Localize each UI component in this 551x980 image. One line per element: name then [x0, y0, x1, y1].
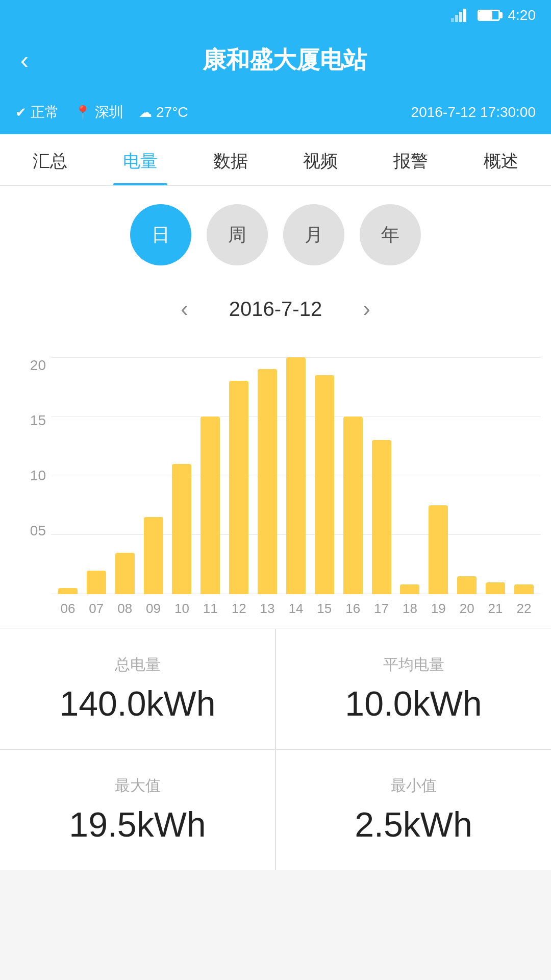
y-label-20: 20 — [10, 357, 46, 374]
stat-min-energy-label: 最小值 — [391, 775, 437, 796]
prev-date-button[interactable]: ‹ — [170, 291, 198, 327]
x-label-13: 13 — [253, 601, 282, 617]
bar-fill-09 — [144, 517, 163, 594]
stats-grid: 总电量 140.0kWh 平均电量 10.0kWh 最大值 19.5kWh 最小… — [0, 629, 551, 870]
bar-19 — [424, 357, 453, 594]
x-label-12: 12 — [224, 601, 253, 617]
stat-total-energy-value: 140.0kWh — [59, 683, 215, 723]
tab-alarm[interactable]: 报警 — [366, 134, 456, 185]
x-label-15: 15 — [310, 601, 339, 617]
y-axis: 20 15 10 05 0 — [10, 357, 46, 623]
bar-09 — [139, 357, 168, 594]
check-icon: ✔ — [15, 105, 27, 120]
x-label-10: 10 — [168, 601, 196, 617]
location-indicator: 📍 深圳 — [74, 103, 123, 122]
tab-summary[interactable]: 汇总 — [5, 134, 95, 185]
bar-fill-06 — [58, 588, 78, 594]
bar-fill-16 — [343, 416, 363, 594]
bar-fill-15 — [315, 375, 334, 594]
bar-15 — [310, 357, 339, 594]
svg-rect-3 — [463, 9, 466, 22]
stat-avg-energy: 平均电量 10.0kWh — [276, 629, 551, 749]
x-label-14: 14 — [282, 601, 310, 617]
bar-fill-19 — [429, 505, 448, 594]
bar-13 — [253, 357, 282, 594]
time-display: 4:20 — [508, 7, 536, 23]
bar-fill-14 — [286, 357, 306, 594]
stat-min-energy: 最小值 2.5kWh — [276, 750, 551, 870]
bar-12 — [224, 357, 253, 594]
signal-icon — [451, 9, 469, 22]
bar-18 — [396, 357, 424, 594]
bar-fill-21 — [486, 582, 505, 594]
x-label-21: 21 — [481, 601, 510, 617]
svg-rect-0 — [451, 18, 454, 22]
nav-tabs: 汇总 电量 数据 视频 报警 概述 — [0, 134, 551, 186]
period-month-button[interactable]: 月 — [283, 204, 344, 265]
battery-icon — [478, 10, 500, 21]
bar-11 — [196, 357, 224, 594]
y-label-10: 10 — [10, 468, 46, 484]
y-label-15: 15 — [10, 412, 46, 429]
bar-fill-11 — [201, 416, 220, 594]
x-label-22: 22 — [510, 601, 538, 617]
period-selector: 日 周 月 年 — [0, 186, 551, 281]
current-date: 2016-7-12 — [229, 298, 322, 321]
bar-fill-18 — [400, 584, 419, 594]
period-day-button[interactable]: 日 — [130, 204, 191, 265]
bar-fill-22 — [514, 584, 534, 594]
svg-rect-2 — [459, 12, 462, 22]
stat-min-energy-value: 2.5kWh — [355, 804, 472, 844]
bar-fill-12 — [229, 381, 248, 594]
period-week-button[interactable]: 周 — [207, 204, 268, 265]
bar-fill-20 — [457, 576, 477, 594]
info-bar: ✔ 正常 📍 深圳 ☁ 27°C 2016-7-12 17:30:00 — [0, 94, 551, 134]
stat-total-energy-label: 总电量 — [115, 654, 161, 675]
stat-max-energy-value: 19.5kWh — [69, 804, 206, 844]
bar-10 — [168, 357, 196, 594]
page-title: 康和盛大厦电站 — [34, 44, 536, 76]
header: ‹ 康和盛大厦电站 — [0, 31, 551, 94]
date-navigator: ‹ 2016-7-12 › — [0, 281, 551, 342]
x-label-17: 17 — [367, 601, 396, 617]
bar-22 — [510, 357, 538, 594]
tab-data[interactable]: 数据 — [185, 134, 276, 185]
period-year-button[interactable]: 年 — [360, 204, 421, 265]
stat-avg-energy-value: 10.0kWh — [345, 683, 482, 723]
y-label-05: 05 — [10, 523, 46, 539]
cloud-icon: ☁ — [139, 105, 152, 120]
stat-total-energy: 总电量 140.0kWh — [0, 629, 275, 749]
x-label-09: 09 — [139, 601, 168, 617]
x-label-11: 11 — [196, 601, 224, 617]
bar-fill-13 — [258, 369, 277, 594]
x-label-20: 20 — [453, 601, 481, 617]
location-icon: 📍 — [74, 105, 91, 120]
svg-rect-1 — [455, 15, 458, 22]
x-labels: 0607080910111213141516171819202122 — [51, 594, 541, 623]
tab-video[interactable]: 视频 — [276, 134, 366, 185]
x-label-07: 07 — [82, 601, 111, 617]
back-button[interactable]: ‹ — [15, 41, 34, 79]
datetime-display: 2016-7-12 17:30:00 — [411, 104, 536, 120]
tab-electricity[interactable]: 电量 — [95, 134, 186, 185]
chart-body: 0607080910111213141516171819202122 — [51, 357, 541, 623]
location-text: 深圳 — [95, 103, 123, 122]
x-label-16: 16 — [339, 601, 367, 617]
bar-14 — [282, 357, 310, 594]
bar-fill-08 — [115, 553, 135, 594]
bar-fill-17 — [372, 440, 391, 594]
x-label-19: 19 — [424, 601, 453, 617]
temperature-text: 27°C — [156, 104, 188, 120]
status-bar: 4:20 — [0, 0, 551, 31]
bar-fill-07 — [87, 571, 106, 594]
x-label-18: 18 — [396, 601, 424, 617]
next-date-button[interactable]: › — [353, 291, 381, 327]
bar-fill-10 — [172, 464, 191, 594]
bar-07 — [82, 357, 111, 594]
chart-area: 20 15 10 05 0 06070809101112131415161718… — [0, 342, 551, 628]
status-text: 正常 — [31, 103, 59, 122]
bar-17 — [367, 357, 396, 594]
x-label-06: 06 — [54, 601, 82, 617]
tab-overview[interactable]: 概述 — [456, 134, 546, 185]
bar-06 — [54, 357, 82, 594]
